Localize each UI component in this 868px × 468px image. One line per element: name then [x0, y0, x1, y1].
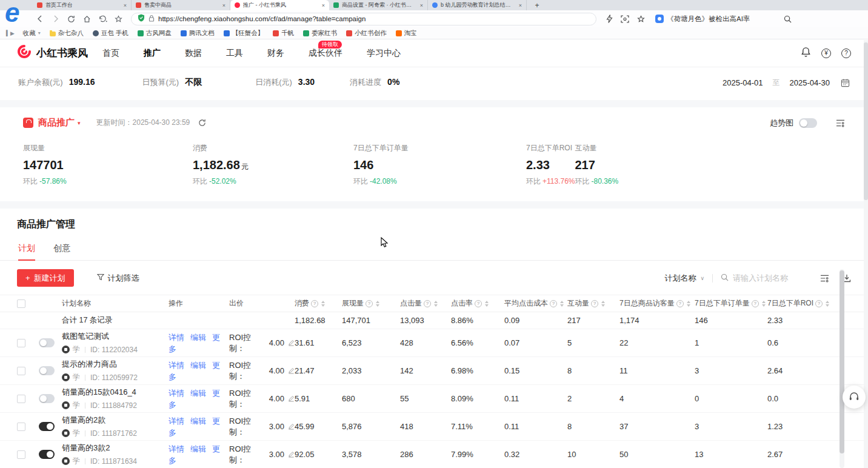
nav-item[interactable]: 财务 [267, 48, 284, 59]
row-checkbox[interactable] [17, 423, 25, 431]
favorites-icon[interactable] [114, 15, 123, 23]
column-config-icon[interactable] [820, 274, 829, 282]
tab-close-icon[interactable]: × [519, 2, 522, 8]
customer-service-button[interactable] [843, 386, 866, 409]
plan-name[interactable]: 销量高的3款2 [62, 443, 164, 453]
edit-link[interactable]: 编辑 [190, 361, 206, 370]
col-header-metric[interactable]: 点击率 ? [451, 298, 504, 309]
edit-link[interactable]: 编辑 [190, 444, 206, 453]
new-tab-button[interactable]: + [530, 1, 544, 10]
date-range-picker[interactable]: 2025-04-01 至 2025-04-30 [723, 78, 850, 88]
sort-icons[interactable] [434, 301, 438, 307]
chevron-down-icon[interactable]: ▾ [78, 120, 81, 126]
plan-name[interactable]: 提示的潜力商品 [62, 359, 164, 370]
help-icon[interactable]: ? [752, 300, 759, 307]
sort-icons[interactable] [485, 301, 489, 307]
col-header-metric[interactable]: 平均点击成本 ? [504, 298, 567, 309]
bookmark-item[interactable]: 腾讯文档 [181, 29, 215, 38]
detail-link[interactable]: 详情 [169, 416, 184, 426]
row-checkbox[interactable] [17, 339, 25, 347]
plan-enable-toggle[interactable] [39, 450, 55, 459]
bookmark-item[interactable]: 【狂蟹会】 [224, 29, 264, 38]
new-plan-button[interactable]: + 新建计划 [17, 269, 74, 287]
lightning-icon[interactable] [606, 15, 613, 23]
nav-item[interactable]: 数据 [185, 48, 202, 59]
forward-icon[interactable] [51, 15, 60, 22]
url-bar[interactable]: https://chengfeng.xiaohongshu.com/cf/ad/… [131, 13, 596, 25]
edit-link[interactable]: 编辑 [190, 389, 206, 398]
table-scrollbar[interactable] [840, 269, 844, 468]
bookmark-item[interactable]: 委家红书 [303, 29, 337, 38]
help-icon[interactable]: ? [424, 300, 431, 307]
plan-name[interactable]: 销量高的2款 [62, 415, 164, 426]
tab-item[interactable]: 创意 [53, 243, 70, 260]
browser-tab[interactable]: 商品设置 - 阿奇索 · 小红书自动 × [329, 0, 428, 10]
plan-search[interactable] [721, 273, 807, 284]
bookmark-item[interactable]: 小红书创作 [346, 29, 387, 38]
col-header-metric[interactable]: 互动量 ? [567, 298, 619, 309]
metric-config-icon[interactable] [836, 119, 845, 127]
bookmark-item[interactable]: 千帆 [273, 29, 294, 38]
tab-close-icon[interactable]: × [322, 2, 325, 8]
detail-link[interactable]: 详情 [169, 361, 184, 370]
col-header-metric[interactable]: 消费 ? [295, 298, 342, 309]
help-icon[interactable]: ? [475, 300, 482, 307]
history-icon[interactable] [98, 15, 107, 22]
date-end[interactable]: 2025-04-30 [790, 78, 830, 87]
edit-bid-icon[interactable] [288, 339, 295, 346]
edit-bid-icon[interactable] [288, 395, 295, 402]
col-header-metric[interactable]: 7日总下单订单量 ? [695, 298, 767, 309]
sort-icons[interactable] [826, 301, 829, 307]
refresh-icon[interactable] [198, 119, 206, 127]
bookmark-item[interactable]: 古风网盘 [138, 29, 172, 38]
sort-icons[interactable] [321, 301, 325, 307]
sort-icons[interactable] [376, 301, 379, 307]
sort-icons[interactable] [560, 301, 564, 307]
balance-icon[interactable]: ¥ [821, 48, 831, 58]
bookmark-item[interactable]: 豆包 手机 [93, 29, 129, 38]
plan-filter-button[interactable]: 计划筛选 [97, 273, 139, 284]
sort-icons[interactable] [687, 301, 690, 307]
calendar-icon[interactable] [841, 78, 850, 87]
browser-notice[interactable]: 《荷塘月色》被检出高AI率 [655, 15, 750, 24]
edit-link[interactable]: 编辑 [190, 333, 206, 342]
brand[interactable]: 小红书乘风 [17, 44, 88, 62]
search-icon[interactable] [784, 15, 792, 23]
bookmark-item[interactable]: 杂七杂八 [50, 29, 84, 38]
col-header-metric[interactable]: 点击量 ? [400, 298, 451, 309]
trend-chart-toggle[interactable] [799, 118, 817, 128]
tab-close-icon[interactable]: × [124, 2, 127, 8]
help-icon[interactable]: ? [591, 300, 598, 307]
nav-item[interactable]: 推广 [144, 48, 161, 59]
detail-link[interactable]: 详情 [169, 333, 184, 342]
edit-link[interactable]: 编辑 [190, 416, 206, 426]
plan-search-input[interactable] [733, 273, 807, 282]
help-icon[interactable]: ? [815, 300, 823, 307]
tab-close-icon[interactable]: × [420, 2, 423, 8]
help-icon[interactable]: ? [841, 48, 851, 58]
bookmark-item[interactable]: 淘宝 [396, 29, 417, 38]
sort-icons[interactable] [601, 301, 605, 307]
nav-item[interactable]: 学习中心 [367, 48, 401, 59]
back-icon[interactable] [35, 15, 44, 22]
browser-tab[interactable]: 售卖中商品 × [132, 0, 230, 10]
help-icon[interactable]: ? [550, 300, 557, 307]
screenshot-icon[interactable] [621, 15, 629, 23]
home-icon[interactable] [82, 15, 92, 23]
nav-item[interactable]: 首页 [102, 48, 119, 59]
detail-link[interactable]: 详情 [169, 389, 184, 398]
edit-bid-icon[interactable] [288, 451, 295, 458]
col-header-metric[interactable]: 7日总下单ROI ? [767, 298, 868, 309]
browser-tab[interactable]: 首页工作台 × [33, 0, 132, 10]
edit-bid-icon[interactable] [288, 423, 295, 430]
browser-tab[interactable]: 推广 - 小红书乘风 × [230, 0, 329, 10]
plan-enable-toggle[interactable] [39, 338, 55, 347]
plan-enable-toggle[interactable] [39, 366, 55, 375]
tab-item[interactable]: 计划 [18, 243, 35, 260]
nav-item[interactable]: 成长伙伴 待领取 [309, 48, 342, 59]
plan-enable-toggle[interactable] [39, 422, 55, 431]
help-icon[interactable]: ? [311, 300, 318, 307]
date-start[interactable]: 2025-04-01 [723, 78, 763, 87]
browser-tab[interactable]: b 幼儿园劳动教育计划总结方案 × [428, 0, 527, 10]
tab-close-icon[interactable]: × [222, 2, 225, 8]
